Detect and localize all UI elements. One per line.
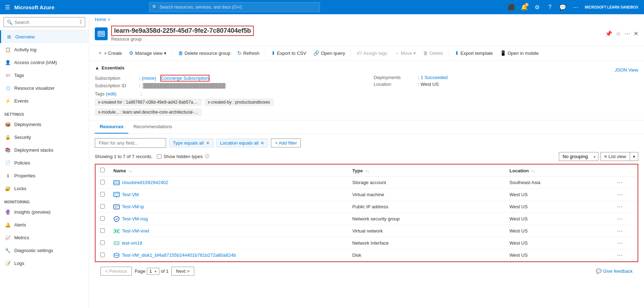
cloud-shell-icon[interactable]: ⬛: [506, 1, 517, 13]
previous-button[interactable]: < Previous: [101, 267, 132, 276]
row-4-name-link[interactable]: Test-VM-vnet: [113, 228, 344, 234]
feedback-icon[interactable]: 💬: [557, 1, 568, 13]
global-search-input[interactable]: [160, 5, 317, 10]
sidebar-item-tags[interactable]: 🏷 Tags: [0, 69, 89, 82]
grouping-select[interactable]: No grouping: [559, 152, 598, 161]
breadcrumb-home[interactable]: Home: [95, 17, 106, 22]
more-icon[interactable]: ⋯: [570, 1, 581, 13]
row-0-name-link[interactable]: cloudshell1592942402: [113, 179, 344, 186]
row-3-name-link[interactable]: Test-VM-nsg: [113, 216, 344, 222]
sidebar-item-properties[interactable]: ℹ Properties: [0, 169, 89, 182]
sidebar-item-security[interactable]: 🔒 Security: [0, 131, 89, 143]
row-2-name-link[interactable]: Test-VM-ip: [113, 204, 344, 210]
row-6-checkbox[interactable]: [100, 252, 105, 257]
user-account[interactable]: MICROSOFT LEARN SANDBOX: [583, 5, 640, 9]
sidebar-item-events[interactable]: ⚡ Events: [0, 94, 89, 107]
tags-label: Tags (edit): [95, 91, 138, 96]
sidebar-item-iam[interactable]: 👤 Access control (IAM): [0, 56, 89, 69]
row-0-more-button[interactable]: ⋯: [615, 179, 625, 186]
export-template-button[interactable]: ⬇ Export template: [452, 49, 496, 57]
row-4-more-button[interactable]: ⋯: [615, 227, 625, 235]
concierge-subscription-value: Concierge Subscription: [160, 75, 210, 82]
type-filter-clear[interactable]: ✕: [206, 141, 210, 146]
sidebar-search-input[interactable]: [15, 20, 75, 25]
pin-icon[interactable]: 📌: [605, 30, 612, 37]
col-location-header[interactable]: Location ↑↓: [505, 165, 611, 177]
tab-recommendations[interactable]: Recommendations: [128, 120, 177, 134]
svg-point-15: [115, 230, 118, 232]
col-name-header[interactable]: Name ↑↓: [109, 165, 348, 177]
settings-icon[interactable]: ⚙: [531, 1, 543, 13]
sidebar-item-insights[interactable]: 🔮 Insights (preview): [0, 205, 89, 218]
next-button[interactable]: Next >: [171, 267, 194, 276]
row-5-more-button[interactable]: ⋯: [615, 239, 625, 247]
row-1-name-link[interactable]: Test-VM: [113, 192, 344, 198]
global-search-box[interactable]: 🔍: [149, 2, 320, 12]
resource-subtitle: Resource group: [111, 37, 602, 42]
add-filter-button[interactable]: + Add filter: [271, 139, 301, 147]
essentials-collapse-icon[interactable]: ▲: [95, 65, 99, 71]
page-select[interactable]: 1: [147, 268, 159, 275]
row-3-checkbox[interactable]: [100, 216, 105, 221]
view-dropdown-chevron[interactable]: ▾: [630, 153, 638, 161]
sidebar-item-metrics[interactable]: 📈 Metrics: [0, 231, 89, 244]
row-0-checkbox[interactable]: [100, 180, 105, 184]
sidebar-item-activity-log[interactable]: 📋 Activity log: [0, 43, 89, 56]
refresh-button[interactable]: ↻ Refresh: [235, 49, 262, 57]
select-all-checkbox[interactable]: [100, 168, 105, 172]
table-row: Test-VM_disk1_bf4a87155b244401b781b272a8…: [96, 249, 638, 261]
toolbar-divider-2: [265, 49, 266, 57]
sidebar-item-logs[interactable]: 📝 Logs: [0, 257, 89, 270]
notifications-icon[interactable]: 🔔 1: [519, 1, 530, 13]
deployments-value-link[interactable]: 1 Succeeded: [421, 75, 448, 80]
open-mobile-button[interactable]: 📱 Open in mobile: [497, 49, 541, 57]
delete-button[interactable]: 🗑 Delete: [420, 49, 446, 57]
row-1-more-button[interactable]: ⋯: [615, 191, 625, 198]
export-csv-button[interactable]: ⬇ Export to CSV: [268, 49, 309, 57]
sidebar-item-locks[interactable]: 🔐 Locks: [0, 182, 89, 195]
sidebar-item-overview[interactable]: ⊞ Overview: [0, 30, 89, 43]
hamburger-icon[interactable]: ☰: [4, 2, 11, 12]
give-feedback-link[interactable]: 💬 Give feedback: [596, 268, 633, 274]
location-filter-clear[interactable]: ✕: [261, 141, 264, 146]
row-1-checkbox[interactable]: [100, 192, 105, 197]
sidebar-search-box[interactable]: 🔍 《: [4, 17, 85, 27]
sidebar-item-deployment-stacks[interactable]: 📚 Deployment stacks: [0, 143, 89, 156]
row-2-checkbox[interactable]: [100, 204, 105, 209]
create-button[interactable]: ＋ + Create: [95, 48, 125, 58]
close-button[interactable]: ✕: [634, 30, 638, 37]
sidebar-item-resource-visualizer[interactable]: ⬡ Resource visualizer: [0, 82, 89, 94]
view-select-button[interactable]: ≡ List view: [601, 152, 630, 161]
sidebar-item-deployments[interactable]: 📦 Deployments: [0, 118, 89, 131]
favorite-icon[interactable]: ☆: [616, 30, 621, 37]
row-4-checkbox[interactable]: [100, 228, 105, 233]
row-6-name-link[interactable]: Test-VM_disk1_bf4a87155b244401b781b272a8…: [113, 252, 344, 259]
svg-rect-24: [114, 242, 119, 245]
help-icon[interactable]: ?: [544, 1, 556, 13]
more-options-icon[interactable]: ⋯: [624, 30, 630, 37]
subscription-move-link[interactable]: (move): [142, 75, 156, 81]
filter-input[interactable]: [95, 138, 166, 148]
concierge-subscription-link[interactable]: Concierge Subscription: [161, 75, 209, 81]
open-query-button[interactable]: 🔗 Open query: [310, 49, 348, 57]
assign-tags-button[interactable]: 🏷 Assign tags: [354, 49, 390, 57]
sidebar-collapse-icon[interactable]: 《: [77, 19, 82, 25]
sidebar-item-alerts[interactable]: 🔔 Alerts: [0, 218, 89, 231]
move-button[interactable]: → Move ▾: [392, 49, 419, 57]
row-2-more-button[interactable]: ⋯: [615, 203, 625, 210]
show-hidden-info-icon[interactable]: ⓘ: [205, 153, 209, 160]
tab-resources[interactable]: Resources: [95, 120, 128, 134]
row-5-name-link[interactable]: test-vm18: [113, 240, 344, 246]
tags-edit-link[interactable]: (edit): [106, 91, 117, 96]
row-3-more-button[interactable]: ⋯: [615, 215, 625, 223]
show-hidden-checkbox[interactable]: [157, 154, 161, 159]
row-6-more-button[interactable]: ⋯: [615, 251, 625, 259]
manage-view-button[interactable]: ⚙ Manage view ▾: [126, 49, 169, 57]
delete-rg-button[interactable]: 🗑 Delete resource group: [175, 49, 233, 57]
sidebar-item-policies[interactable]: 📄 Policies: [0, 156, 89, 169]
sidebar-item-diagnostic-settings[interactable]: 🔧 Diagnostic settings: [0, 244, 89, 257]
col-type-header[interactable]: Type ↑↓: [348, 165, 505, 177]
row-4-more-cell: ⋯: [610, 225, 637, 237]
json-view-button[interactable]: JSON View: [615, 67, 638, 73]
row-5-checkbox[interactable]: [100, 240, 105, 245]
